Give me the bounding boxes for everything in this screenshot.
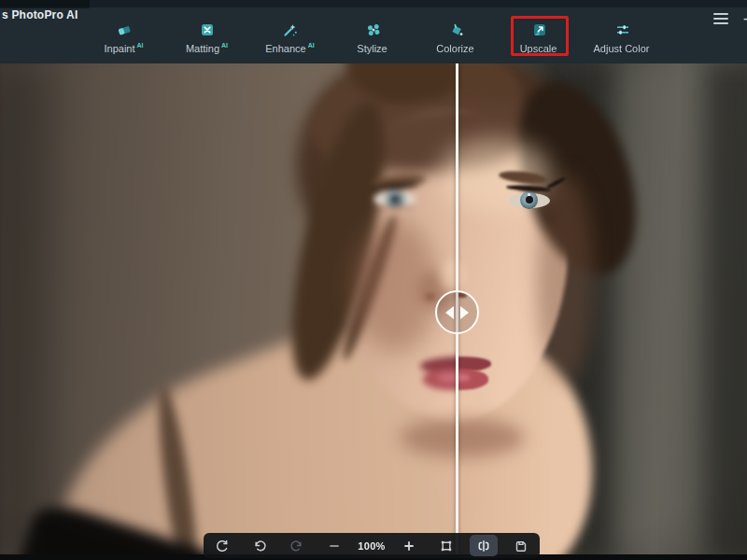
adjust-color-sliders-icon (614, 21, 631, 39)
compare-button[interactable] (465, 533, 502, 558)
app-title: s PhotoPro AI (2, 8, 78, 21)
photo-before-layer (0, 63, 457, 560)
top-header-bar: s PhotoPro AI – InpaintAI (0, 0, 747, 63)
tab-label: Upscale (520, 42, 559, 54)
save-button[interactable] (502, 533, 540, 558)
arrow-left-icon (445, 306, 454, 319)
viewer-toolbar: 100% (204, 533, 540, 558)
hamburger-menu-icon[interactable] (713, 13, 728, 24)
zoom-in-button[interactable] (390, 533, 428, 558)
tab-label: MattingAI (186, 42, 228, 54)
ai-badge: AI (137, 42, 144, 49)
tab-stylize[interactable]: Stylize (331, 21, 415, 62)
reset-button[interactable] (204, 533, 241, 558)
compare-slider-handle[interactable] (435, 290, 479, 334)
minimize-icon[interactable]: – (743, 11, 747, 26)
left-eye-glint (393, 192, 396, 195)
fit-to-screen-button[interactable] (428, 533, 465, 558)
stylize-pinwheel-icon (365, 21, 382, 39)
app-window: s PhotoPro AI – InpaintAI (0, 0, 747, 560)
photo-canvas (0, 63, 747, 560)
tab-colorize[interactable]: Colorize (415, 21, 498, 62)
tab-enhance[interactable]: EnhanceAI (248, 21, 331, 62)
background-right-band (708, 63, 747, 560)
redo-button (278, 533, 316, 558)
header-top-strip (0, 0, 747, 7)
right-eye-glint (528, 193, 530, 196)
tab-label: EnhanceAI (265, 42, 314, 54)
ai-badge: AI (308, 42, 315, 49)
background-light-band (618, 63, 691, 560)
window-controls: – (713, 11, 741, 26)
tab-label: InpaintAI (104, 42, 143, 54)
tab-label: Stylize (357, 42, 388, 54)
header-top-strip-dark (0, 0, 90, 8)
photo-before-clone (0, 63, 457, 560)
matting-icon (199, 21, 216, 39)
feature-nav: InpaintAI MattingAI (82, 21, 664, 62)
compare-button-active-bg (470, 535, 498, 556)
upscale-icon (531, 21, 548, 39)
right-eye-pupil (526, 196, 533, 203)
tab-matting[interactable]: MattingAI (165, 21, 248, 62)
colorize-bucket-icon (448, 21, 465, 39)
tab-upscale[interactable]: Upscale (498, 21, 581, 62)
zoom-out-button[interactable] (316, 533, 353, 558)
inpaint-eraser-icon (116, 21, 133, 39)
undo-button[interactable] (241, 533, 278, 558)
left-eye-pupil (391, 195, 399, 203)
enhance-wand-icon (282, 21, 299, 39)
tab-inpaint[interactable]: InpaintAI (82, 21, 165, 62)
tab-adjust-color[interactable]: Adjust Color (581, 21, 664, 62)
tab-label: Colorize (436, 42, 475, 54)
left-eye-underline (377, 205, 415, 208)
background-left-shade (0, 63, 49, 560)
tab-label: Adjust Color (594, 42, 652, 54)
arrow-right-icon (460, 306, 469, 319)
zoom-level-indicator: 100% (353, 533, 390, 558)
ai-badge: AI (221, 42, 228, 49)
